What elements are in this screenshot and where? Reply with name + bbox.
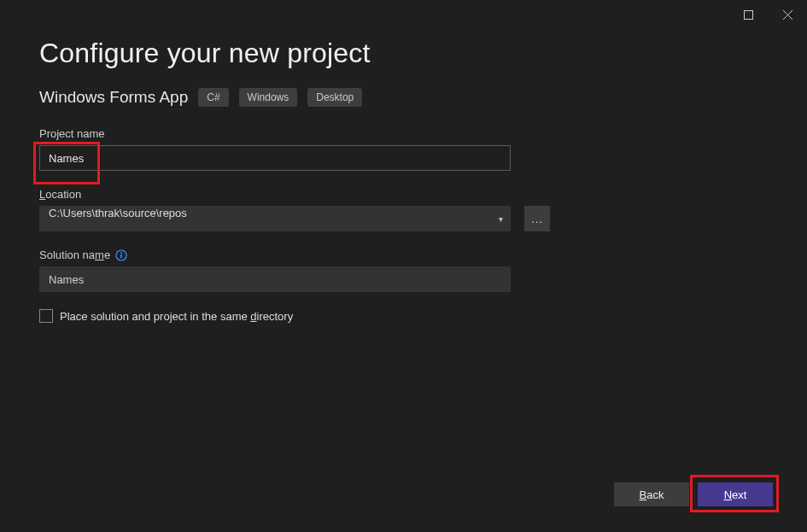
same-directory-row: Place solution and project in the same d…	[39, 309, 768, 323]
location-value: C:\Users\thrak\source\repos	[49, 207, 187, 219]
tag-language: C#	[198, 88, 228, 107]
same-directory-label: Place solution and project in the same d…	[60, 310, 293, 323]
footer-buttons: Back Next	[614, 482, 773, 506]
svg-rect-0	[744, 10, 752, 19]
close-icon	[783, 10, 792, 20]
template-name: Windows Forms App	[39, 88, 188, 107]
chevron-down-icon: ▾	[499, 214, 503, 224]
tag-platform: Windows	[239, 88, 298, 107]
tag-apptype: Desktop	[307, 88, 362, 107]
solution-name-input[interactable]: Names	[39, 266, 511, 292]
next-button[interactable]: Next	[698, 482, 773, 506]
window-titlebar	[0, 0, 807, 29]
back-label: Back	[640, 488, 664, 501]
next-label: Next	[724, 488, 747, 501]
svg-point-4	[120, 252, 122, 254]
browse-label: ...	[531, 213, 543, 225]
label-text: Project name	[39, 127, 105, 140]
location-section: Location C:\Users\thrak\source\repos ▾ .…	[39, 188, 768, 231]
info-icon[interactable]	[115, 249, 127, 261]
solution-value: Names	[49, 273, 84, 286]
solution-name-label: Solution name	[39, 248, 768, 261]
project-name-section: Project name	[39, 127, 768, 171]
browse-button[interactable]: ...	[524, 206, 550, 231]
location-dropdown[interactable]: C:\Users\thrak\source\repos ▾	[39, 206, 511, 231]
solution-name-section: Solution name Names	[39, 248, 768, 292]
maximize-button[interactable]	[728, 3, 768, 26]
label-text: Solution name	[39, 248, 110, 261]
project-name-label: Project name	[39, 127, 768, 140]
page-title: Configure your new project	[39, 38, 768, 69]
location-label: Location	[39, 188, 768, 201]
same-directory-checkbox[interactable]	[39, 309, 53, 323]
close-button[interactable]	[768, 3, 807, 26]
svg-rect-5	[120, 254, 122, 258]
maximize-icon	[744, 10, 753, 20]
back-button[interactable]: Back	[614, 482, 689, 506]
project-name-input[interactable]	[39, 145, 511, 171]
template-row: Windows Forms App C# Windows Desktop	[39, 88, 768, 107]
content-area: Configure your new project Windows Forms…	[39, 38, 768, 323]
label-text: Location	[39, 188, 81, 201]
